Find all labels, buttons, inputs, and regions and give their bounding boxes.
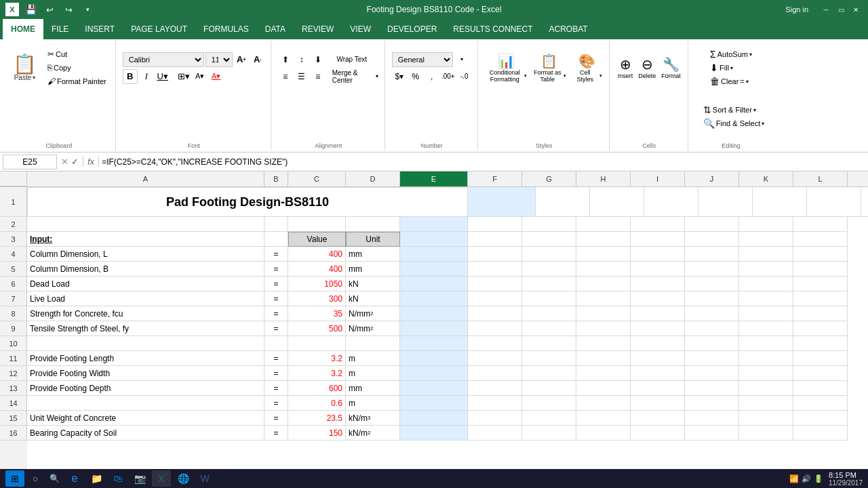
row-header-9[interactable]: 9 (0, 321, 27, 336)
cell-4-f[interactable] (468, 247, 522, 262)
cell-3-f[interactable] (468, 232, 522, 247)
top-align-btn[interactable]: ⬆ (278, 52, 293, 67)
cell-9-f[interactable] (468, 321, 522, 336)
cell-13-c[interactable]: 600 (288, 381, 346, 396)
col-header-e[interactable]: E (400, 171, 468, 186)
cell-16-e[interactable] (400, 426, 468, 441)
cell-6-l[interactable] (793, 277, 848, 291)
wrap-text-btn[interactable]: Wrap Text (332, 52, 372, 67)
cell-3-c[interactable]: Value (288, 232, 346, 247)
cell-8-h[interactable] (576, 306, 631, 321)
font-size-select[interactable]: 11 (205, 52, 233, 67)
cell-3-e[interactable] (400, 232, 468, 247)
row-header-15[interactable]: 15 (0, 411, 27, 426)
cell-16-i[interactable] (631, 426, 685, 441)
cell-12-i[interactable] (631, 366, 685, 381)
cell-15-h[interactable] (576, 411, 631, 426)
bottom-align-btn[interactable]: ⬇ (311, 52, 326, 67)
cell-4-c[interactable]: 400 (288, 247, 346, 262)
cell-3-k[interactable] (739, 232, 793, 247)
cell-15-a[interactable]: Unit Weight of Concrete (27, 411, 264, 426)
cell-15-k[interactable] (739, 411, 793, 426)
row-header-1[interactable]: 1 (0, 187, 27, 217)
cell-16-a[interactable]: Bearing Capacity of Soil (27, 426, 264, 441)
cell-7-b[interactable]: = (264, 291, 288, 306)
cell-10-k[interactable] (739, 336, 793, 351)
cell-15-l[interactable] (793, 411, 848, 426)
cell-13-k[interactable] (739, 381, 793, 396)
cell-10-g[interactable] (522, 336, 576, 351)
cell-9-c[interactable]: 500 (288, 321, 346, 336)
cell-15-j[interactable] (685, 411, 739, 426)
row-header-14[interactable]: 14 (0, 396, 27, 411)
cell-7-k[interactable] (739, 291, 793, 306)
row-header-11[interactable]: 11 (0, 351, 27, 366)
cell-11-j[interactable] (685, 351, 739, 366)
cell-2-j[interactable] (685, 217, 739, 232)
cell-4-j[interactable] (685, 247, 739, 262)
align-left-btn[interactable]: ≡ (278, 69, 293, 84)
minimize-btn[interactable]: ─ (819, 4, 833, 15)
cell-8-d[interactable]: N/mm2 (346, 306, 400, 321)
cell-2-d[interactable] (346, 217, 400, 232)
cell-9-i[interactable] (631, 321, 685, 336)
restore-btn[interactable]: ▭ (834, 4, 848, 15)
cell-6-e[interactable] (400, 277, 468, 291)
fill-color-btn[interactable]: A▾ (193, 69, 208, 84)
cell-16-h[interactable] (576, 426, 631, 441)
cell-5-a[interactable]: Column Dimension, B (27, 262, 264, 277)
cell-15-b[interactable]: = (264, 411, 288, 426)
cell-15-g[interactable] (522, 411, 576, 426)
cell-1-i[interactable] (698, 187, 753, 217)
cell-5-d[interactable]: mm (346, 262, 400, 277)
cell-12-l[interactable] (793, 366, 848, 381)
decrease-decimal-btn[interactable]: -.0 (457, 69, 472, 84)
cell-5-l[interactable] (793, 262, 848, 277)
cell-4-l[interactable] (793, 247, 848, 262)
cell-10-d[interactable] (346, 336, 400, 351)
cell-13-j[interactable] (685, 381, 739, 396)
cell-2-b[interactable] (264, 217, 288, 232)
cell-13-i[interactable] (631, 381, 685, 396)
cell-7-l[interactable] (793, 291, 848, 306)
row-header-4[interactable]: 4 (0, 247, 27, 262)
find-select-btn[interactable]: 🔍 Find & Select ▾ (701, 117, 767, 129)
cell-2-c[interactable] (288, 217, 346, 232)
taskbar-app-chrome[interactable]: 🌐 (174, 470, 193, 487)
tab-file[interactable]: FILE (43, 19, 77, 39)
cell-13-a[interactable]: Provide Footing Depth (27, 381, 264, 396)
cell-14-c[interactable]: 0.6 (288, 396, 346, 411)
cell-4-d[interactable]: mm (346, 247, 400, 262)
col-header-k[interactable]: K (739, 171, 793, 186)
cell-16-b[interactable]: = (264, 426, 288, 441)
cell-2-a[interactable] (27, 217, 264, 232)
border-btn[interactable]: ⊞▾ (176, 69, 191, 84)
row-header-7[interactable]: 7 (0, 291, 27, 306)
cell-6-h[interactable] (576, 277, 631, 291)
tab-view[interactable]: VIEW (342, 19, 379, 39)
cell-1-e[interactable] (468, 187, 536, 217)
cell-8-g[interactable] (522, 306, 576, 321)
cell-12-j[interactable] (685, 366, 739, 381)
cell-2-k[interactable] (739, 217, 793, 232)
cell-12-h[interactable] (576, 366, 631, 381)
tab-developer[interactable]: DEVELOPER (379, 19, 445, 39)
cell-4-i[interactable] (631, 247, 685, 262)
cell-7-d[interactable]: kN (346, 291, 400, 306)
cell-2-l[interactable] (793, 217, 848, 232)
cell-5-c[interactable]: 400 (288, 262, 346, 277)
fx-icon[interactable]: fx (83, 157, 99, 167)
cell-8-c[interactable]: 35 (288, 306, 346, 321)
cell-12-c[interactable]: 3.2 (288, 366, 346, 381)
cell-15-d[interactable]: kN/m3 (346, 411, 400, 426)
cell-7-h[interactable] (576, 291, 631, 306)
cell-16-g[interactable] (522, 426, 576, 441)
cell-5-j[interactable] (685, 262, 739, 277)
tab-formulas[interactable]: FORMULAS (195, 19, 257, 39)
col-header-d[interactable]: D (346, 171, 400, 186)
cell-title-merged[interactable]: Pad Footing Design-BS8110 (27, 187, 468, 217)
col-header-h[interactable]: H (576, 171, 631, 186)
increase-font-btn[interactable]: A+ (234, 52, 249, 67)
cell-16-d[interactable]: kN/m2 (346, 426, 400, 441)
cell-9-h[interactable] (576, 321, 631, 336)
